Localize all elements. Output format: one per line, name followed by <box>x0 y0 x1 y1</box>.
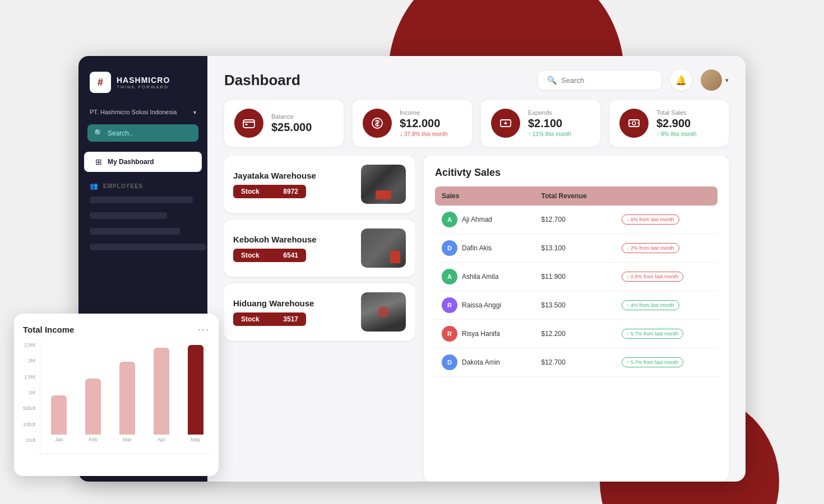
bar <box>154 348 169 435</box>
chart-y-axis: 2,5M2M1,5M1M500Jt100Jt10Jt <box>23 342 35 454</box>
bar-group: May <box>181 345 210 442</box>
revenue-cell: $13.500 <box>535 291 615 320</box>
sidebar-placeholder-3 <box>90 228 180 235</box>
person-avatar: R <box>442 326 457 342</box>
change-badge: ↑ 5.7% from last month <box>622 329 683 339</box>
expends-icon <box>491 109 520 138</box>
sidebar-placeholder-4 <box>90 244 206 250</box>
y-axis-label: 1M <box>23 390 35 395</box>
revenue-cell: $12.700 <box>535 206 615 234</box>
bar <box>119 362 135 435</box>
change-badge: ↓ 2% from last month <box>622 243 679 253</box>
company-name: PT. Hashmicro Solusi Indonesia <box>90 109 177 115</box>
balance-icon <box>234 109 263 138</box>
sidebar-item-dashboard[interactable]: ⊞ My Dashboard <box>84 152 202 172</box>
avatar <box>701 69 722 91</box>
change-cell: ↑ 5.7% from last month <box>615 348 717 377</box>
warehouse-column: Jayataka Warehouse Stock 8972 <box>224 156 415 482</box>
warehouse-card-kebokoh: Kebokoh Warehouse Stock 6541 <box>224 220 415 277</box>
table-row: A Aji Ahmad $12.700 ↓ 6% from last month <box>435 206 717 234</box>
change-badge: ↓ 0.5% from last month <box>622 272 683 282</box>
y-axis-label: 500Jt <box>23 405 35 411</box>
logo-title: HASHMICRO <box>117 76 170 85</box>
person-name: Risya Hanifa <box>462 330 500 338</box>
warehouse-name-kebokoh: Kebokoh Warehouse <box>233 235 317 244</box>
revenue-cell: $12.700 <box>535 348 615 377</box>
logo-subtitle: THINK FORWARD <box>117 85 170 90</box>
section-label: EMPLOYEES <box>103 183 143 189</box>
search-icon: 🔍 <box>547 76 557 85</box>
revenue-cell: $13.100 <box>535 234 615 263</box>
bar <box>51 395 67 435</box>
sales-cell: R Raissa Anggi <box>435 291 535 320</box>
change-cell: ↓ 0.5% from last month <box>615 263 717 291</box>
sidebar-search-input[interactable] <box>108 129 192 137</box>
change-badge: ↑ 4% from last month <box>622 300 679 310</box>
y-axis-label: 2M <box>23 358 35 363</box>
table-row: R Risya Hanifa $12.200 ↑ 5.7% from last … <box>435 320 717 348</box>
y-axis-label: 10Jt <box>23 437 35 443</box>
stock-badge-jayataka: Stock 8972 <box>233 185 306 198</box>
chart-header: Total Income ··· <box>23 324 210 335</box>
chart-more-button[interactable]: ··· <box>198 324 210 335</box>
stat-info-income: Income $12.000 ↓ 37.8% this month <box>400 109 448 137</box>
sidebar-search[interactable]: 🔍 <box>87 124 198 142</box>
stock-badge-hiduang: Stock 3517 <box>233 312 306 326</box>
person-name: Raissa Anggi <box>462 301 501 309</box>
sales-cell: D Dafin Akis <box>435 234 535 263</box>
header: Dashboard 🔍 🔔 ▾ <box>207 56 746 100</box>
col-sales: Sales <box>435 186 535 206</box>
company-selector[interactable]: PT. Hashmicro Solusi Indonesia ▾ <box>78 104 207 124</box>
stat-label-balance: Balance <box>271 113 312 120</box>
bar-label: Apr <box>158 437 165 442</box>
income-icon <box>363 109 392 138</box>
y-axis-label: 2,5M <box>23 342 35 348</box>
table-row: R Raissa Anggi $13.500 ↑ 4% from last mo… <box>435 291 717 320</box>
change-cell: ↑ 5.7% from last month <box>615 320 717 348</box>
income-chart-overlay: Total Income ··· 2,5M2M1,5M1M500Jt100Jt1… <box>14 314 219 476</box>
revenue-cell: $12.200 <box>535 320 615 348</box>
search-bar[interactable]: 🔍 <box>538 71 661 90</box>
change-badge: ↑ 5.7% from last month <box>622 357 683 367</box>
stat-card-total-sales: Total Sales $2.900 ↑ 8% this month <box>609 100 729 147</box>
bar-label: May <box>191 437 200 442</box>
warehouse-thumb-kebokoh <box>361 228 406 268</box>
person-avatar: R <box>442 297 457 313</box>
col-revenue: Total Revenue <box>535 186 615 206</box>
stat-label-income: Income <box>400 109 448 116</box>
stat-value-income: $12.000 <box>400 117 448 130</box>
change-badge: ↓ 6% from last month <box>622 214 679 225</box>
person-avatar: D <box>442 240 457 256</box>
table-row: A Ashila Amila $11.900 ↓ 0.5% from last … <box>435 263 717 291</box>
sidebar-section-employees: 👥 EMPLOYEES <box>78 173 207 194</box>
person-name: Aji Ahmad <box>462 216 492 223</box>
search-input[interactable] <box>561 76 652 85</box>
bar-label: Jan <box>55 437 63 442</box>
table-row: D Dakota Amin $12.700 ↑ 5.7% from last m… <box>435 348 717 377</box>
warehouse-card-jayataka: Jayataka Warehouse Stock 8972 <box>224 156 415 213</box>
dashboard-icon: ⊞ <box>95 157 102 166</box>
stat-label-total-sales: Total Sales <box>656 109 697 116</box>
stat-value-expends: $2.100 <box>528 117 571 130</box>
svg-point-3 <box>632 122 636 125</box>
sales-cell: D Dakota Amin <box>435 348 535 377</box>
warehouse-thumb-jayataka <box>361 165 406 204</box>
activity-table: Sales Total Revenue A Aji Ahmad $12.700 … <box>435 186 717 377</box>
activity-title: Acitivty Sales <box>435 167 717 179</box>
sidebar-placeholder-1 <box>90 197 193 203</box>
stat-card-expends: Expends $2.100 ↑ 11% this month <box>481 100 600 147</box>
activity-sales-panel: Acitivty Sales Sales Total Revenue A Aji… <box>424 156 729 482</box>
svg-rect-1 <box>245 124 248 125</box>
warehouse-name-jayataka: Jayataka Warehouse <box>233 171 316 180</box>
warehouse-info-jayataka: Jayataka Warehouse Stock 8972 <box>233 171 316 198</box>
chevron-down-icon: ▾ <box>193 109 196 115</box>
stat-card-balance: Balance $25.000 <box>224 100 344 147</box>
avatar-chevron-icon: ▾ <box>725 77 729 84</box>
notification-button[interactable]: 🔔 <box>670 69 692 91</box>
logo-text: HASHMICRO THINK FORWARD <box>117 76 170 90</box>
stat-info-expends: Expends $2.100 ↑ 11% this month <box>528 109 571 137</box>
bar-group: Apr <box>147 348 175 442</box>
bar-group: Mar <box>113 362 142 442</box>
avatar-button[interactable]: ▾ <box>701 69 729 91</box>
stat-info-balance: Balance $25.000 <box>271 113 312 134</box>
